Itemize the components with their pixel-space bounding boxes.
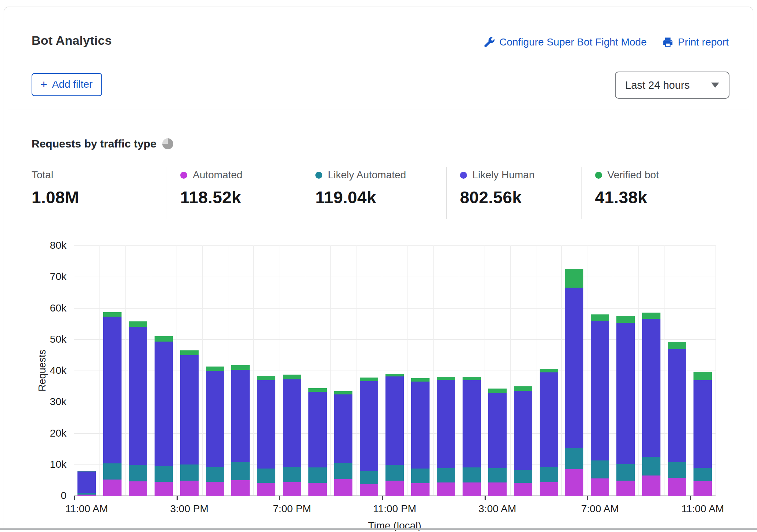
stat-likely-human: Likely Human802.56k <box>446 167 582 219</box>
bar-10-00-pm[interactable] <box>360 378 378 496</box>
bar-3-00-pm[interactable] <box>180 350 199 496</box>
bar-8-00-pm[interactable] <box>308 388 327 496</box>
header-divider <box>8 109 749 109</box>
bar-9-00-pm[interactable] <box>334 391 352 496</box>
bar-11-00-am[interactable] <box>693 372 712 496</box>
bar-11-00-am[interactable] <box>77 471 96 496</box>
segment-likely-automated <box>642 457 660 475</box>
segment-likely-human <box>334 394 352 463</box>
segment-likely-human <box>514 391 532 470</box>
segment-verified-bot <box>411 378 430 382</box>
bar-12-00-pm[interactable] <box>103 312 122 496</box>
segment-automated <box>540 482 558 496</box>
gridline-v <box>228 245 228 496</box>
y-tick-label: 70k <box>30 271 66 283</box>
bar-3-00-am[interactable] <box>488 389 507 496</box>
bar-5-00-pm[interactable] <box>231 365 250 496</box>
segment-automated <box>308 483 327 496</box>
gridline-v <box>382 245 382 496</box>
header-actions: Configure Super Bot Fight Mode Print rep… <box>484 36 729 48</box>
stat-total: Total1.08M <box>32 167 167 219</box>
segment-likely-automated <box>488 468 507 482</box>
gridline-h <box>74 277 716 277</box>
bar-6-00-pm[interactable] <box>257 376 275 496</box>
segment-likely-automated <box>206 467 224 482</box>
gridline-v <box>561 245 562 496</box>
bar-2-00-pm[interactable] <box>155 336 173 496</box>
stat-value: 41.38k <box>595 187 727 207</box>
segment-likely-human <box>206 371 224 467</box>
segment-verified-bot <box>514 386 532 390</box>
x-tick-mark <box>382 496 383 500</box>
segment-automated <box>257 483 275 496</box>
segment-likely-human <box>437 380 455 468</box>
bar-4-00-pm[interactable] <box>206 367 224 496</box>
time-range-select[interactable]: Last 24 hours <box>615 72 729 99</box>
segment-verified-bot <box>642 313 660 318</box>
stat-label: Likely Human <box>472 169 535 181</box>
segment-likely-human <box>283 379 301 467</box>
segment-likely-automated <box>103 463 122 479</box>
segment-verified-bot <box>206 367 224 371</box>
segment-likely-automated <box>616 464 635 481</box>
segment-likely-human <box>693 380 712 468</box>
gridline-v <box>253 245 254 496</box>
segment-verified-bot <box>437 377 455 380</box>
gridline-v <box>305 245 305 496</box>
segment-likely-automated <box>514 470 532 483</box>
x-tick-label: 3:00 AM <box>478 503 516 515</box>
segment-automated <box>360 484 378 496</box>
bar-1-00-am[interactable] <box>437 377 455 496</box>
bar-5-00-am[interactable] <box>540 369 558 496</box>
plus-icon: + <box>40 80 47 89</box>
x-tick-label: 11:00 AM <box>65 503 108 515</box>
bar-10-00-am[interactable] <box>668 342 686 496</box>
add-filter-button[interactable]: + Add filter <box>32 73 102 96</box>
bar-6-00-am[interactable] <box>565 269 583 496</box>
segment-likely-automated <box>257 469 275 483</box>
segment-automated <box>437 482 455 496</box>
segment-likely-automated <box>77 493 96 494</box>
legend-dot <box>315 172 322 179</box>
segment-automated <box>488 482 507 496</box>
configure-super-bot-fight-mode-link[interactable]: Configure Super Bot Fight Mode <box>484 36 647 48</box>
bar-4-00-am[interactable] <box>514 386 532 496</box>
gridline-v <box>613 245 613 496</box>
segment-likely-human <box>463 380 481 468</box>
bar-11-00-pm[interactable] <box>385 374 404 496</box>
gridline-v <box>638 245 639 496</box>
stat-likely-automated: Likely Automated119.04k <box>302 167 446 219</box>
segment-automated <box>693 481 712 496</box>
segment-automated <box>616 481 635 496</box>
x-tick-label: 7:00 AM <box>581 503 619 515</box>
segment-automated <box>668 478 686 496</box>
bot-analytics-page: Bot Analytics Configure Super Bot Fight … <box>0 0 757 532</box>
segment-likely-human <box>642 319 660 457</box>
bar-9-00-am[interactable] <box>642 313 660 496</box>
y-tick-label: 80k <box>30 240 66 251</box>
print-report-link[interactable]: Print report <box>662 36 729 48</box>
bar-12-00-am[interactable] <box>411 378 430 496</box>
segment-likely-human <box>591 321 609 460</box>
gridline-v <box>202 245 203 496</box>
segment-automated <box>514 483 532 496</box>
wrench-icon <box>484 37 495 47</box>
segment-verified-bot <box>308 388 327 392</box>
gridline-v <box>587 245 587 496</box>
gridline-v <box>125 245 126 496</box>
section-heading-label: Requests by traffic type <box>32 138 156 150</box>
bar-2-00-am[interactable] <box>463 377 481 496</box>
bar-7-00-pm[interactable] <box>283 375 301 496</box>
bar-1-00-pm[interactable] <box>129 321 147 496</box>
gridline-v <box>664 245 664 496</box>
segment-likely-human <box>231 370 250 462</box>
segment-automated <box>77 495 96 496</box>
segment-automated <box>463 482 481 496</box>
segment-automated <box>155 482 173 496</box>
section-heading: Requests by traffic type <box>32 138 173 150</box>
segment-likely-automated <box>540 467 558 482</box>
bar-8-00-am[interactable] <box>616 316 635 496</box>
gridline-v <box>510 245 511 496</box>
requests-stacked-bar-chart <box>74 245 716 496</box>
bar-7-00-am[interactable] <box>591 314 609 496</box>
